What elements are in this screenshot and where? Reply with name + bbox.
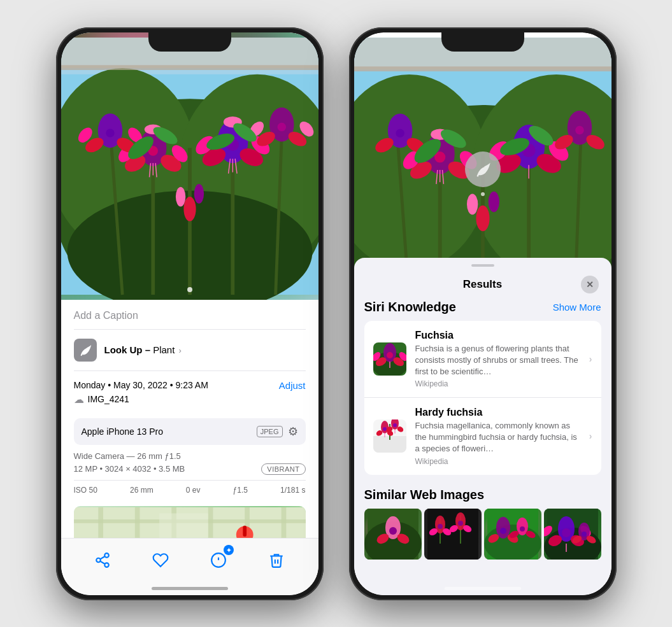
exif-f: ƒ1.5 bbox=[233, 486, 248, 495]
svg-point-104 bbox=[466, 194, 477, 215]
fuchsia-name: Fuchsia bbox=[415, 330, 580, 341]
chevron-icon: › bbox=[589, 354, 592, 364]
similar-images-title: Similar Web Images bbox=[364, 488, 485, 502]
delete-button[interactable] bbox=[262, 546, 290, 574]
info-badge: ✦ bbox=[224, 545, 234, 555]
caption-area[interactable]: Add a Caption bbox=[74, 300, 306, 330]
svg-point-132 bbox=[393, 423, 397, 427]
svg-point-119 bbox=[387, 352, 393, 358]
svg-point-168 bbox=[562, 528, 571, 537]
siri-float-button[interactable] bbox=[465, 151, 501, 187]
phone-2: Results ✕ Siri Knowledge Show More bbox=[349, 27, 617, 600]
exif-row: ISO 50 26 mm 0 ev ƒ1.5 1/181 s bbox=[74, 480, 306, 500]
caption-placeholder: Add a Caption bbox=[74, 310, 138, 321]
show-more-button[interactable]: Show More bbox=[553, 302, 601, 313]
home-indicator bbox=[152, 587, 228, 590]
web-image-1[interactable] bbox=[364, 509, 422, 560]
favorite-button[interactable] bbox=[147, 546, 175, 574]
svg-point-103 bbox=[476, 205, 489, 230]
svg-point-173 bbox=[582, 532, 587, 537]
info-button[interactable]: ✦ bbox=[204, 546, 232, 574]
results-header: Results ✕ bbox=[354, 267, 611, 300]
svg-rect-65 bbox=[243, 525, 247, 536]
hardy-info: Hardy fuchsia Fuchsia magellanica, commo… bbox=[415, 407, 580, 466]
notch-2 bbox=[441, 32, 524, 52]
phone-1: Add a Caption Look Up – Plant › bbox=[56, 27, 324, 600]
lookup-row[interactable]: Look Up – Plant › bbox=[74, 330, 306, 371]
hardy-source: Wikipedia bbox=[415, 457, 580, 466]
svg-point-156 bbox=[500, 528, 506, 534]
svg-point-139 bbox=[389, 527, 397, 535]
share-button[interactable] bbox=[89, 546, 117, 574]
device-name: Apple iPhone 13 Pro bbox=[82, 426, 163, 437]
exif-mm: 26 mm bbox=[130, 486, 154, 495]
svg-point-145 bbox=[438, 524, 443, 529]
svg-rect-51 bbox=[61, 65, 318, 70]
svg-point-105 bbox=[488, 191, 499, 212]
home-indicator-2 bbox=[445, 587, 521, 590]
svg-point-160 bbox=[520, 526, 525, 532]
similar-images-header: Similar Web Images bbox=[364, 488, 601, 502]
camera-specs: 12 MP • 3024 × 4032 • 3.5 MB bbox=[74, 464, 185, 474]
knowledge-card: Fuchsia Fuchsia is a genus of flowering … bbox=[364, 321, 601, 475]
camera-type: Wide Camera — 26 mm ƒ1.5 bbox=[74, 451, 306, 461]
web-image-4[interactable] bbox=[544, 509, 601, 560]
photo-dot bbox=[187, 287, 192, 292]
web-images-row bbox=[364, 509, 601, 560]
exif-iso: ISO 50 bbox=[74, 486, 97, 495]
chevron-icon-2: › bbox=[589, 431, 592, 441]
siri-knowledge-header: Siri Knowledge Show More bbox=[364, 300, 601, 314]
settings-icon: ⚙ bbox=[288, 425, 298, 439]
web-image-3[interactable] bbox=[484, 509, 541, 560]
fuchsia-source: Wikipedia bbox=[415, 379, 580, 388]
image-filename: IMG_4241 bbox=[88, 394, 129, 404]
device-row: Apple iPhone 13 Pro JPEG ⚙ bbox=[74, 418, 306, 445]
camera-specs-row: 12 MP • 3024 × 4032 • 3.5 MB VIBRANT bbox=[74, 463, 306, 475]
date-row: Monday • May 30, 2022 • 9:23 AM Adjust ☁… bbox=[74, 371, 306, 418]
svg-point-42 bbox=[277, 122, 285, 130]
svg-point-45 bbox=[194, 183, 203, 203]
svg-point-127 bbox=[383, 427, 387, 431]
exif-shutter: 1/181 s bbox=[280, 486, 305, 495]
adjust-button[interactable]: Adjust bbox=[279, 380, 306, 391]
format-badge: JPEG bbox=[257, 426, 283, 437]
info-panel: Add a Caption Look Up – Plant › bbox=[61, 300, 318, 563]
knowledge-item-fuchsia[interactable]: Fuchsia Fuchsia is a genus of flowering … bbox=[364, 321, 601, 398]
siri-knowledge-title: Siri Knowledge bbox=[364, 300, 456, 314]
results-title: Results bbox=[385, 278, 581, 291]
svg-point-43 bbox=[183, 197, 196, 221]
fuchsia-thumbnail bbox=[373, 342, 406, 376]
close-button[interactable]: ✕ bbox=[581, 276, 599, 293]
lookup-icon bbox=[74, 339, 97, 362]
svg-point-150 bbox=[458, 521, 463, 526]
flower-background bbox=[61, 32, 318, 300]
knowledge-item-hardy[interactable]: Hardy fuchsia Fuchsia magellanica, commo… bbox=[364, 397, 601, 475]
hardy-desc: Fuchsia magellanica, commonly known as t… bbox=[415, 420, 580, 455]
results-content: Siri Knowledge Show More bbox=[354, 300, 611, 560]
svg-rect-111 bbox=[354, 66, 611, 71]
hardy-name: Hardy fuchsia bbox=[415, 407, 580, 418]
exif-ev: 0 ev bbox=[186, 486, 201, 495]
fuchsia-info: Fuchsia Fuchsia is a genus of flowering … bbox=[415, 330, 580, 389]
date-text: Monday • May 30, 2022 • 9:23 AM bbox=[74, 380, 208, 390]
svg-point-102 bbox=[575, 125, 583, 134]
style-badge: VIBRANT bbox=[261, 463, 305, 475]
photo-image bbox=[61, 32, 318, 300]
notch bbox=[148, 32, 231, 52]
svg-point-36 bbox=[106, 129, 114, 137]
cloud-icon: ☁ bbox=[74, 393, 84, 405]
hardy-thumbnail bbox=[373, 419, 406, 453]
results-panel: Results ✕ Siri Knowledge Show More bbox=[354, 258, 611, 595]
svg-point-44 bbox=[175, 187, 185, 206]
svg-point-98 bbox=[396, 129, 404, 137]
siri-dot bbox=[481, 192, 485, 196]
fuchsia-desc: Fuchsia is a genus of flowering plants t… bbox=[415, 343, 580, 378]
lookup-text: Look Up – Plant › bbox=[104, 344, 182, 355]
svg-rect-63 bbox=[159, 513, 208, 537]
web-image-2[interactable] bbox=[424, 509, 482, 560]
